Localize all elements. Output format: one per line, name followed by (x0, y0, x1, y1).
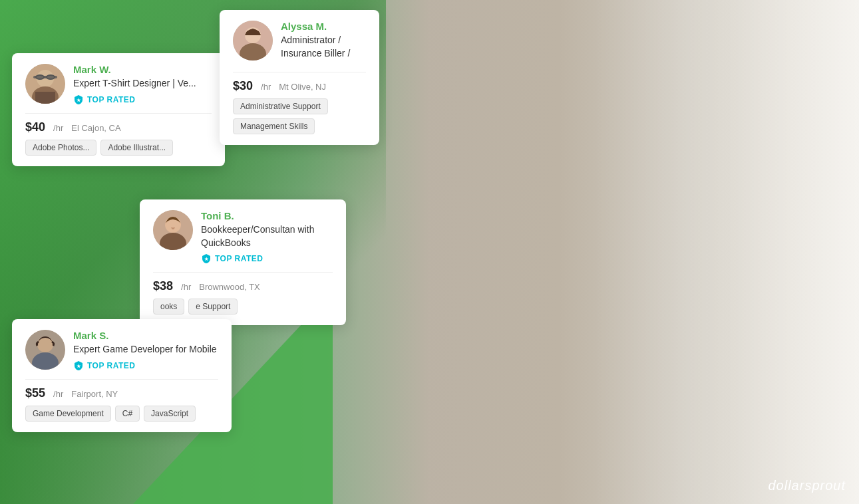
alyssa-skill-2: Management Skills (233, 118, 315, 134)
divider-mark-s (25, 379, 218, 380)
card-toni: Toni B. Bookkeeper/Consultan with QuickB… (140, 199, 346, 325)
toni-top-rated-badge: ★ TOP RATED (201, 253, 333, 264)
mark-w-rate-unit: /hr (53, 123, 63, 133)
svg-rect-7 (35, 92, 55, 104)
mark-s-name: Mark S. (73, 330, 218, 341)
alyssa-rate: $30 (233, 79, 253, 93)
dollarsprout-logo: dollarsprout (768, 478, 846, 493)
toni-skill-2: e Support (188, 299, 238, 315)
toni-rate-unit: /hr (181, 282, 191, 292)
mark-w-rate-row: $40 /hr El Cajon, CA (25, 120, 212, 134)
card-header-mark-w: Mark W. Expert T-Shirt Designer | Ve... … (25, 64, 212, 105)
mark-w-top-rated-text: TOP RATED (87, 95, 136, 104)
svg-text:★: ★ (77, 98, 81, 102)
shield-icon-mark-w: ★ (73, 94, 84, 105)
toni-rate-row: $38 /hr Brownwood, TX (153, 279, 333, 293)
card-info-mark-s: Mark S. Expert Game Developer for Mobile… (73, 330, 218, 371)
mark-s-rate-row: $55 /hr Fairport, NY (25, 386, 218, 400)
toni-location: Brownwood, TX (199, 282, 260, 292)
mark-s-skills: Game Development C# JavaScript (25, 406, 218, 422)
toni-top-rated-text: TOP RATED (215, 254, 263, 263)
avatar-alyssa (233, 21, 273, 61)
toni-rate: $38 (153, 279, 173, 293)
logo-text: dollarsprout (768, 478, 846, 493)
card-info-toni: Toni B. Bookkeeper/Consultan with QuickB… (201, 210, 333, 264)
avatar-toni (153, 210, 193, 250)
svg-text:★: ★ (77, 364, 81, 368)
mark-s-rate-unit: /hr (53, 389, 63, 399)
mark-s-top-rated-text: TOP RATED (87, 361, 136, 370)
svg-rect-5 (44, 76, 47, 78)
toni-skills: ooks e Support (153, 299, 333, 315)
mark-w-location: El Cajon, CA (71, 123, 120, 133)
mark-s-title: Expert Game Developer for Mobile (73, 343, 218, 356)
mark-w-top-rated-badge: ★ TOP RATED (73, 94, 212, 105)
card-alyssa: Alyssa M. Administrator / Insurance Bill… (220, 10, 379, 145)
avatar-mark-s (25, 330, 65, 370)
divider-alyssa (233, 72, 366, 72)
alyssa-name: Alyssa M. (281, 21, 366, 32)
card-info-alyssa: Alyssa M. Administrator / Insurance Bill… (281, 21, 366, 64)
mark-s-skill-2: C# (115, 406, 140, 422)
card-header-alyssa: Alyssa M. Administrator / Insurance Bill… (233, 21, 366, 64)
card-header-mark-s: Mark S. Expert Game Developer for Mobile… (25, 330, 218, 371)
alyssa-skill-1: Administrative Support (233, 98, 328, 114)
card-header-toni: Toni B. Bookkeeper/Consultan with QuickB… (153, 210, 333, 264)
avatar-mark-w (25, 64, 65, 104)
mark-s-skill-3: JavaScript (144, 406, 196, 422)
mark-w-skill-1: Adobe Photos... (25, 140, 96, 156)
mark-w-name: Mark W. (73, 64, 212, 75)
mark-s-top-rated-badge: ★ TOP RATED (73, 360, 218, 371)
alyssa-rate-row: $30 /hr Mt Olive, NJ (233, 79, 366, 93)
divider-mark-w (25, 113, 212, 114)
svg-text:★: ★ (204, 257, 209, 261)
mark-w-title: Expert T-Shirt Designer | Ve... (73, 77, 212, 90)
svg-point-17 (37, 336, 53, 352)
mark-s-location: Fairport, NY (71, 389, 118, 399)
card-info-mark-w: Mark W. Expert T-Shirt Designer | Ve... … (73, 64, 212, 105)
mark-s-rate: $55 (25, 386, 45, 400)
toni-name: Toni B. (201, 210, 333, 221)
card-mark-s: Mark S. Expert Game Developer for Mobile… (12, 319, 232, 432)
shield-icon-mark-s: ★ (73, 360, 84, 371)
mark-w-rate: $40 (25, 120, 45, 134)
shield-icon-toni: ★ (201, 253, 212, 264)
mark-w-skills: Adobe Photos... Adobe Illustrat... (25, 140, 212, 156)
divider-toni (153, 272, 333, 273)
window-light (593, 0, 859, 504)
toni-skill-1: ooks (153, 299, 184, 315)
alyssa-location: Mt Olive, NJ (279, 82, 326, 92)
mark-s-skill-1: Game Development (25, 406, 111, 422)
alyssa-title: Administrator / Insurance Biller / (281, 34, 366, 60)
card-mark-w: Mark W. Expert T-Shirt Designer | Ve... … (12, 53, 225, 166)
toni-title: Bookkeeper/Consultan with QuickBooks (201, 223, 333, 249)
alyssa-rate-unit: /hr (261, 82, 271, 92)
alyssa-skills: Administrative Support Management Skills (233, 98, 366, 134)
mark-w-skill-2: Adobe Illustrat... (100, 140, 173, 156)
